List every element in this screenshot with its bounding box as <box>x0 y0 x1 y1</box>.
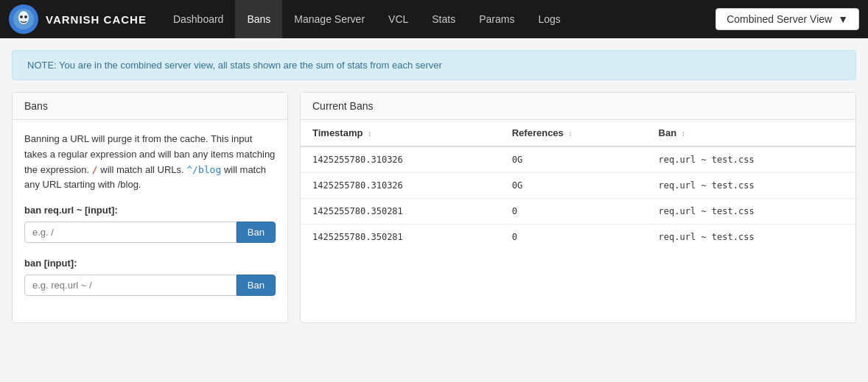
cell-timestamp: 1425255780.350281 <box>301 199 500 224</box>
chevron-down-icon: ▼ <box>838 13 848 25</box>
nav-stats[interactable]: Stats <box>420 0 467 38</box>
cell-ban: req.url ~ test.css <box>647 173 855 199</box>
cell-references: 0 <box>500 199 647 224</box>
note-text: NOTE: You are in the combined server vie… <box>27 60 442 71</box>
bans-panel-body: Banning a URL will purge it from the cac… <box>13 120 287 322</box>
brand-text: VARNISH CACHE <box>46 13 147 26</box>
brand: VARNISH CACHE <box>9 4 147 34</box>
nav-menu: Dashboard Bans Manage Server VCL Stats P… <box>161 0 715 38</box>
cell-references: 0G <box>500 173 647 199</box>
nav-bans[interactable]: Bans <box>235 0 282 38</box>
cell-ban: req.url ~ test.css <box>647 199 855 224</box>
col-timestamp[interactable]: Timestamp ↕ <box>301 120 500 146</box>
form-ban-custom: ban [input]: Ban <box>24 258 276 296</box>
ban-url-button[interactable]: Ban <box>237 222 276 243</box>
nav-params[interactable]: Params <box>467 0 526 38</box>
table-row: 1425255780.310326 0G req.url ~ test.css <box>301 173 855 199</box>
bans-description: Banning a URL will purge it from the cac… <box>24 132 276 193</box>
bans-panel-header: Bans <box>13 93 287 120</box>
cell-ban: req.url ~ test.css <box>647 146 855 173</box>
highlight-slash: / <box>92 164 98 175</box>
nav-manage-server[interactable]: Manage Server <box>282 0 377 38</box>
bans-table-header-row: Timestamp ↕ References ↕ Ban ↕ <box>301 120 855 146</box>
ban-custom-button[interactable]: Ban <box>237 275 276 296</box>
cell-references: 0 <box>500 224 647 250</box>
current-bans-header: Current Bans <box>301 93 855 120</box>
sort-arrow-ban: ↕ <box>682 130 685 138</box>
cell-ban: req.url ~ test.css <box>647 224 855 250</box>
form1-label: ban req.url ~ [input]: <box>24 205 276 216</box>
nav-vcl[interactable]: VCL <box>377 0 420 38</box>
col-references[interactable]: References ↕ <box>500 120 647 146</box>
navbar-right: Combined Server View ▼ <box>715 8 859 30</box>
cell-timestamp: 1425255780.310326 <box>301 146 500 173</box>
svg-point-2 <box>20 15 23 18</box>
highlight-blog: ^/blog <box>186 164 221 175</box>
bans-table: Timestamp ↕ References ↕ Ban ↕ 142525578… <box>301 120 855 250</box>
navbar: VARNISH CACHE Dashboard Bans Manage Serv… <box>0 0 868 38</box>
bans-table-head: Timestamp ↕ References ↕ Ban ↕ <box>301 120 855 146</box>
sort-arrow-references: ↕ <box>568 130 572 138</box>
bans-panel: Bans Banning a URL will purge it from th… <box>12 92 288 323</box>
col-ban[interactable]: Ban ↕ <box>647 120 855 146</box>
cell-references: 0G <box>500 146 647 173</box>
sort-arrow-timestamp: ↕ <box>368 130 371 138</box>
table-row: 1425255780.310326 0G req.url ~ test.css <box>301 146 855 173</box>
bans-table-body: 1425255780.310326 0G req.url ~ test.css … <box>301 146 855 250</box>
form1-input-group: Ban <box>24 222 276 243</box>
form-ban-url: ban req.url ~ [input]: Ban <box>24 205 276 243</box>
nav-dashboard[interactable]: Dashboard <box>161 0 236 38</box>
ban-custom-input[interactable] <box>24 275 237 296</box>
cell-timestamp: 1425255780.310326 <box>301 173 500 199</box>
table-row: 1425255780.350281 0 req.url ~ test.css <box>301 199 855 224</box>
main-content: Bans Banning a URL will purge it from th… <box>0 80 868 335</box>
note-bar: NOTE: You are in the combined server vie… <box>12 50 856 80</box>
combined-server-button[interactable]: Combined Server View ▼ <box>715 8 859 30</box>
table-row: 1425255780.350281 0 req.url ~ test.css <box>301 224 855 250</box>
form2-label: ban [input]: <box>24 258 276 269</box>
current-bans-panel: Current Bans Timestamp ↕ References ↕ Ba… <box>300 92 856 323</box>
svg-point-3 <box>24 15 27 18</box>
ban-url-input[interactable] <box>24 222 237 243</box>
logo <box>9 4 38 34</box>
nav-logs[interactable]: Logs <box>526 0 572 38</box>
form2-input-group: Ban <box>24 275 276 296</box>
cell-timestamp: 1425255780.350281 <box>301 224 500 250</box>
